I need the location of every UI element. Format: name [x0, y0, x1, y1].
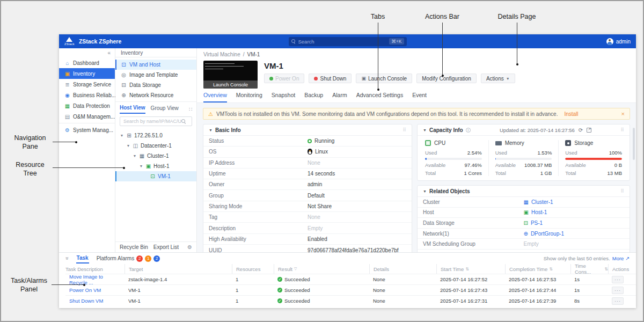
sidebar-item-data-protection[interactable]: Data Protection: [59, 100, 115, 111]
collapse-panel-icon[interactable]: «: [64, 257, 70, 260]
install-link[interactable]: Install: [564, 111, 578, 117]
column-time-consumed[interactable]: Time Cons...⇅: [570, 264, 608, 274]
info-row-description: Description Empty: [203, 223, 412, 233]
row-actions-button[interactable]: ···: [612, 287, 624, 294]
tab-monitoring[interactable]: Monitoring: [236, 92, 262, 103]
host-link[interactable]: Host-1: [524, 209, 547, 215]
view-switch-icon[interactable]: ∷: [189, 106, 192, 112]
sort-icon[interactable]: ⇅: [465, 267, 469, 272]
task-description-link[interactable]: Move Image to Recycle ...: [65, 274, 125, 284]
task-description-link[interactable]: Power On VM: [65, 284, 125, 295]
tree-search-input[interactable]: [123, 119, 181, 124]
tree-node-cluster[interactable]: ▼ Cluster-1: [115, 151, 196, 161]
column-start-time[interactable]: Start Time⇅: [436, 264, 505, 274]
column-result[interactable]: Result▽: [274, 264, 369, 274]
task-completion-time: 2025-07-14 16:27:39: [505, 295, 570, 306]
tab-group-view[interactable]: Group View: [151, 105, 179, 113]
launch-console-button[interactable]: Launch Console: [356, 74, 412, 83]
tree-node-site[interactable]: ▼ 172.26.51.0: [115, 130, 196, 141]
tab-snapshot[interactable]: Snapshot: [272, 92, 295, 103]
task-result: ✓Succeeded: [274, 284, 369, 295]
logo-text: ZStack: [64, 42, 75, 46]
settings-gear-icon[interactable]: [187, 244, 192, 250]
breadcrumb-root[interactable]: Virtual Machine: [203, 52, 240, 57]
export-list-link[interactable]: Export List: [153, 244, 179, 250]
column-resources[interactable]: Resources: [232, 264, 274, 274]
shut-down-button[interactable]: Shut Down: [309, 74, 352, 83]
global-search[interactable]: ⌘+K: [289, 37, 407, 46]
row-actions-button[interactable]: ···: [612, 276, 624, 283]
filter-icon[interactable]: ▽: [294, 267, 297, 271]
column-details[interactable]: Details: [369, 264, 436, 274]
task-description-link[interactable]: Shut Down VM: [65, 295, 125, 306]
vertical-scrollbar[interactable]: [633, 128, 635, 160]
collapse-caret-icon[interactable]: ▼: [423, 189, 427, 193]
collapse-caret-icon[interactable]: ▼: [423, 128, 427, 132]
info-row-owner: Owner admin: [203, 179, 412, 190]
tab-host-view[interactable]: Host View: [120, 105, 145, 114]
console-thumbnail[interactable]: Launch Console: [203, 61, 258, 89]
button-label: Modify Configuration: [422, 76, 471, 82]
primary-storage-link[interactable]: PS-1: [524, 220, 543, 226]
drag-handle-icon[interactable]: [620, 127, 624, 133]
sidebar-item-inventory[interactable]: Inventory: [59, 68, 115, 79]
drag-handle-icon[interactable]: [402, 127, 406, 133]
dashboard-icon: [64, 60, 70, 66]
tab-advanced-settings[interactable]: Advanced Settings: [356, 92, 404, 103]
related-objects-header: ▼ Related Objects: [418, 186, 630, 197]
open-external-icon[interactable]: [587, 128, 591, 133]
sidebar-item-om-management[interactable]: O&M Managem...: [59, 111, 115, 122]
breadcrumb-current: VM-1: [247, 52, 260, 57]
tab-task[interactable]: Task: [76, 254, 89, 264]
sort-icon[interactable]: ⇅: [549, 267, 553, 272]
cluster-link[interactable]: Cluster-1: [524, 199, 553, 205]
tab-platform-alarms[interactable]: Platform Alarms 2 1 2: [97, 255, 160, 262]
tree-node-datacenter[interactable]: ▼ Datacenter-1: [115, 141, 196, 151]
network-link[interactable]: DPortGroup-1: [524, 231, 565, 237]
inventory-item-vm-and-host[interactable]: VM and Host: [115, 60, 196, 70]
global-search-input[interactable]: [298, 39, 390, 45]
inventory-item-image-and-template[interactable]: Image and Template: [115, 70, 196, 80]
modify-configuration-button[interactable]: Modify Configuration: [416, 74, 477, 83]
sidebar-item-system-management[interactable]: System Manag...: [59, 125, 115, 135]
drag-handle-icon[interactable]: [620, 188, 624, 194]
inventory-item-data-storage[interactable]: Data Storage: [115, 80, 196, 90]
sort-icon[interactable]: ⇅: [604, 267, 608, 272]
sidebar-item-dashboard[interactable]: Dashboard: [59, 57, 115, 68]
column-completion-time[interactable]: Completion Time⇅: [505, 264, 570, 274]
tab-overview[interactable]: Overview: [203, 92, 227, 103]
related-objects-card: ▼ Related Objects Cluster Cluster-1 Host: [417, 185, 630, 252]
info-row-status: Status Running: [203, 136, 412, 147]
power-on-button[interactable]: Power On: [264, 74, 304, 83]
recycle-bin-link[interactable]: Recycle Bin: [120, 244, 148, 250]
column-target[interactable]: Target: [125, 264, 232, 274]
related-label: VM Scheduling Group: [423, 241, 524, 247]
sidebar-item-business-reliability[interactable]: Business Reliab...: [59, 90, 115, 100]
tab-backup[interactable]: Backup: [304, 92, 323, 103]
collapse-caret-icon[interactable]: ▼: [209, 128, 213, 132]
tab-alarm[interactable]: Alarm: [332, 92, 347, 103]
row-actions-button[interactable]: ···: [612, 297, 624, 305]
caret-down-icon[interactable]: ▼: [120, 134, 124, 137]
more-link[interactable]: More ↗: [612, 255, 630, 261]
user-menu[interactable]: admin: [606, 38, 631, 45]
column-task-description[interactable]: Task Description: [65, 264, 125, 274]
inventory-item-network-resource[interactable]: Network Resource: [115, 90, 196, 100]
details-page: Virtual Machine / VM-1 Launch Console VM…: [197, 48, 636, 252]
tree-search[interactable]: [120, 116, 192, 126]
tab-event[interactable]: Event: [412, 92, 427, 103]
tree-node-vm[interactable]: VM-1: [115, 171, 196, 181]
thumbnail-launch-console-label[interactable]: Launch Console: [203, 80, 258, 89]
tree-node-host[interactable]: ▼ Host-1: [115, 161, 196, 171]
used-value: 1.53%: [537, 150, 552, 156]
actions-bar: Power On Shut Down Launch Console: [264, 74, 515, 83]
available-value: 1008.37 MB: [524, 162, 552, 168]
actions-dropdown-button[interactable]: Actions ▼: [481, 74, 515, 83]
nav-collapse-button[interactable]: «: [59, 48, 115, 57]
sidebar-item-storage-service[interactable]: Storage Service: [59, 79, 115, 90]
refresh-icon[interactable]: [579, 127, 583, 133]
caret-down-icon[interactable]: ▼: [133, 154, 137, 158]
caret-down-icon[interactable]: ▼: [126, 144, 130, 148]
caret-down-icon[interactable]: ▼: [139, 164, 143, 168]
close-icon[interactable]: ×: [621, 111, 625, 117]
